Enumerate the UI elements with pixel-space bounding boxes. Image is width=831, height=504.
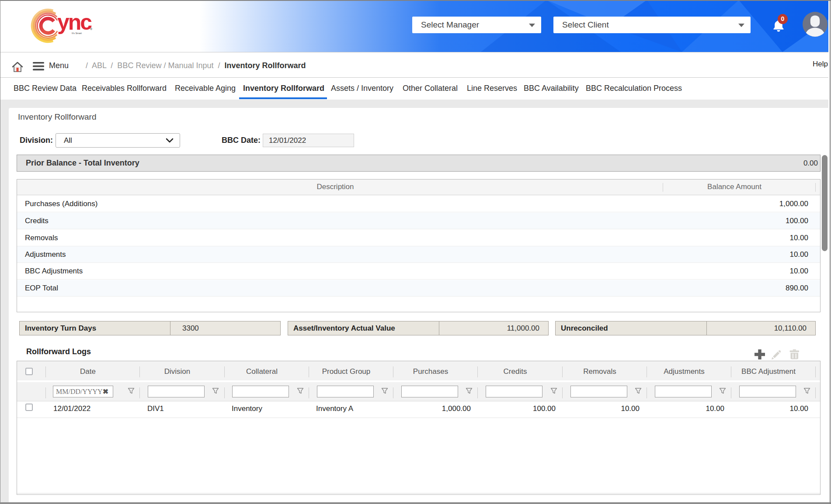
svg-text:®: ® xyxy=(90,28,93,31)
svg-text:ync: ync xyxy=(57,10,92,35)
svg-text:It's Smart: It's Smart xyxy=(72,32,82,35)
